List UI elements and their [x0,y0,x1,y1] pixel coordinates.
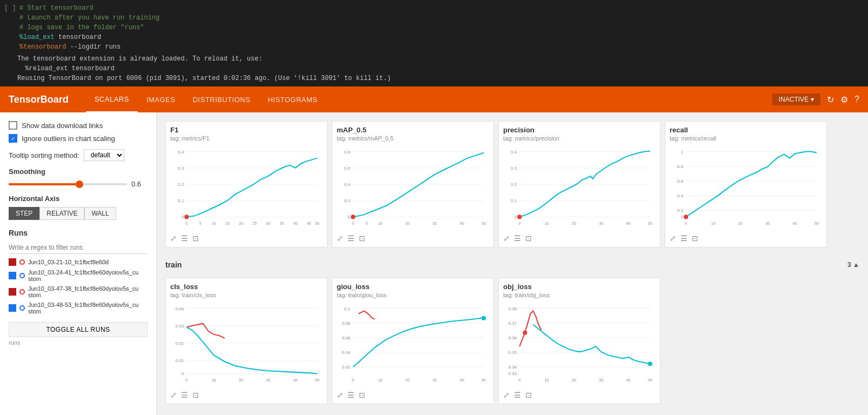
svg-text:0.02: 0.02 [176,341,184,346]
tooltip-select[interactable]: default [84,149,124,161]
svg-text:10: 10 [212,222,216,226]
download-icon[interactable]: ⊡ [192,391,199,399]
svg-text:45: 45 [307,222,311,226]
show-download-option: Show data download links [9,121,148,130]
download-icon[interactable]: ⊡ [359,391,365,399]
svg-text:0.2: 0.2 [511,182,517,187]
expand-icon[interactable]: ⤢ [670,234,676,243]
run-3-checkbox[interactable] [9,288,16,296]
axis-step-button[interactable]: STEP [9,207,39,220]
runs-footer-label: runs [9,339,148,346]
smoothing-slider-thumb[interactable] [76,180,83,188]
menu-icon[interactable]: ☰ [680,234,687,243]
svg-text:0.38: 0.38 [509,306,517,311]
menu-icon[interactable]: ☰ [348,234,355,243]
run-1-checkbox[interactable] [9,258,16,266]
header-right: INACTIVE ▾ ↻ ⚙ ? [772,93,859,105]
chart-f1-actions: ⤢ ☰ ⊡ [170,234,323,243]
chart-objloss: obj_loss tag: train/obj_loss 0.38 0.37 0… [498,278,660,404]
menu-icon[interactable]: ☰ [514,234,521,243]
chart-precision: precision tag: metrics/precision 0.4 0.3… [498,121,660,247]
download-icon[interactable]: ⊡ [525,391,532,399]
svg-text:30: 30 [432,222,437,226]
ignore-outliers-option: ✓ Ignore outliers in chart scaling [9,134,148,143]
expand-icon[interactable]: ⤢ [170,391,177,399]
expand-icon[interactable]: ⤢ [170,234,177,243]
status-badge[interactable]: INACTIVE ▾ [772,93,820,105]
axis-relative-button[interactable]: RELATIVE [39,207,84,220]
chart-f1-svg: 0.4 0.3 0.2 0.1 0 0 5 10 15 20 25 30 35 [170,144,323,230]
nav-images[interactable]: IMAGES [138,86,184,112]
run-item-3: Jun10_03-47-38_fc1fbcf8e60dyolov5s_cu st… [9,285,148,298]
chart-map05-actions: ⤢ ☰ ⊡ [337,234,489,243]
refresh-icon[interactable]: ↻ [827,95,834,105]
nav-histograms[interactable]: HISTOGRAMS [259,86,326,112]
svg-text:5: 5 [365,222,368,226]
ignore-outliers-checkbox[interactable]: ✓ [9,134,17,143]
cell-marker: [ ] [4,3,17,13]
menu-icon[interactable]: ☰ [181,391,188,399]
chart-map05-tag: tag: metrics/mAP_0.5 [337,135,489,142]
svg-text:0.6: 0.6 [344,166,351,171]
code-comment: # Start tensorboard [19,3,864,13]
expand-icon[interactable]: ⤢ [503,391,510,399]
tb-sidebar: Show data download links ✓ Ignore outlie… [0,112,157,415]
chart-precision-title: precision [503,126,656,134]
chart-map05-svg: 0.8 0.6 0.4 0.2 0 0 5 10 20 30 40 50 [337,144,489,230]
svg-point-41 [351,215,355,219]
svg-text:50: 50 [648,222,652,226]
code-comment: # Launch after you have run training [19,13,864,23]
svg-text:20: 20 [239,379,243,383]
menu-icon[interactable]: ☰ [348,391,355,399]
smoothing-row: 0.6 [9,180,148,188]
svg-text:0.4: 0.4 [344,182,351,187]
svg-text:50: 50 [315,222,319,226]
download-icon[interactable]: ⊡ [692,234,698,243]
code-line: %tensorboard --logdir runs [19,42,864,52]
help-icon[interactable]: ? [854,95,859,104]
menu-icon[interactable]: ☰ [181,234,188,243]
svg-text:40: 40 [626,379,631,383]
svg-text:0.35: 0.35 [509,350,517,355]
chevron-down-icon: ▾ [811,96,814,103]
toggle-all-runs-button[interactable]: TOGGLE ALL RUNS [9,322,148,337]
expand-icon[interactable]: ⤢ [503,234,510,243]
svg-text:0.2: 0.2 [344,198,351,203]
output-line: %reload_ext tensorboard [17,64,864,73]
settings-icon[interactable]: ⚙ [840,95,848,105]
output-line: Reusing TensorBoard on port 6006 (pid 30… [17,73,864,83]
expand-icon[interactable]: ⤢ [337,391,343,399]
download-icon[interactable]: ⊡ [359,234,365,243]
show-download-checkbox[interactable] [9,121,17,130]
nav-distributions[interactable]: DISTRIBUTIONS [184,86,259,112]
svg-text:0.2: 0.2 [178,182,184,187]
svg-text:30: 30 [432,379,437,383]
run-item-1: Jun10_03-21-10_fc1fbcf8e60d [9,258,148,266]
nav-scalars[interactable]: SCALARS [86,86,138,112]
svg-text:0.34: 0.34 [509,365,517,370]
svg-text:0.01: 0.01 [176,358,184,363]
runs-filter-input[interactable] [9,242,148,254]
smoothing-slider-fill [9,183,79,185]
expand-icon[interactable]: ⤢ [337,234,343,243]
train-section-header: train 3 ▲ [165,256,859,273]
svg-text:0.2: 0.2 [677,208,684,213]
menu-icon[interactable]: ☰ [514,391,521,399]
svg-text:0.8: 0.8 [677,164,684,169]
train-section-toggle[interactable]: 3 ▲ [847,261,859,269]
svg-text:25: 25 [252,222,257,226]
code-line: %load_ext tensorboard [19,32,864,42]
download-icon[interactable]: ⊡ [192,234,199,243]
chart-objloss-svg: 0.38 0.37 0.36 0.35 0.34 0.33 0 10 20 30… [503,300,656,387]
notebook-output: The tensorboard extension is already loa… [0,53,868,84]
svg-text:0: 0 [185,379,188,383]
chart-recall: recall tag: metrics/recall 1 0.8 0.6 0.4 [665,121,827,247]
run-2-checkbox[interactable] [9,272,16,279]
tooltip-label: Tooltip sorting method: [9,151,79,159]
chart-clsloss-tag: tag: train/cls_loss [170,292,323,298]
download-icon[interactable]: ⊡ [525,234,532,243]
run-4-checkbox[interactable] [9,304,16,312]
axis-wall-button[interactable]: WALL [84,207,116,220]
cell-content: # Start tensorboard # Launch after you h… [19,3,864,52]
svg-text:10: 10 [711,222,716,226]
